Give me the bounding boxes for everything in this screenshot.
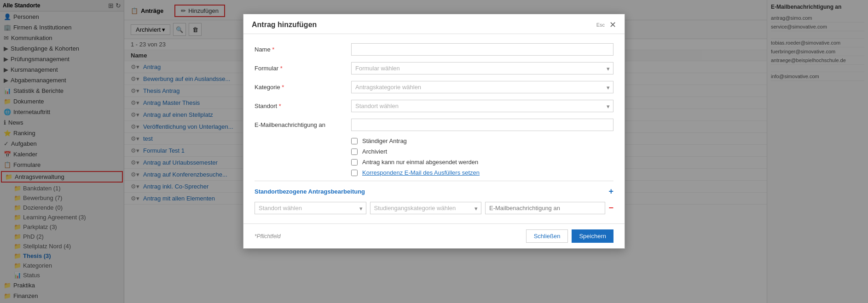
staendig-label: Ständiger Antrag (362, 137, 407, 144)
einmal-checkbox[interactable] (351, 159, 358, 166)
modal-body: Name * Formular * Formular wählen (243, 34, 625, 223)
staendig-checkbox[interactable] (351, 138, 358, 144)
einmal-label: Antrag kann nur einmal abgesendet werden (362, 159, 478, 166)
kategorie-select-wrapper: Antragskategorie wählen (351, 81, 613, 93)
studiengangskategorie-select-wrapper: Studiengangskategorie wählen (370, 202, 482, 214)
email-notification-label: E-Mailbenachrichtigung an (255, 121, 351, 128)
close-button[interactable]: Schließen (526, 229, 568, 243)
kategorie-field-row: Kategorie * Antragskategorie wählen (255, 81, 613, 93)
required-marker: * (272, 46, 274, 53)
archiviert-checkbox[interactable] (351, 149, 358, 155)
standort-section-title: Standortbezogene Antragsbearbeitung + (255, 187, 613, 196)
name-field-row: Name * (255, 43, 613, 56)
close-icon[interactable]: ✕ (609, 21, 616, 29)
modal-dialog: Antrag hinzufügen Esc ✕ Name * Formular … (243, 14, 625, 249)
kategorie-select[interactable]: Antragskategorie wählen (351, 81, 613, 93)
name-input[interactable] (351, 43, 613, 56)
checkbox-row-archiviert: Archiviert (351, 148, 613, 155)
formular-field-row: Formular * Formular wählen (255, 62, 613, 74)
modal-close-area: Esc ✕ (596, 21, 616, 29)
formular-select-wrapper: Formular wählen (351, 62, 613, 74)
formular-select[interactable]: Formular wählen (351, 62, 613, 74)
archiviert-label: Archiviert (362, 148, 387, 155)
modal-footer: *Pflichtfeld Schließen Speichern (243, 223, 625, 248)
standort-email-input[interactable] (485, 202, 605, 214)
standort-row-select[interactable]: Standort wählen (255, 202, 366, 214)
minus-icon[interactable]: − (609, 203, 614, 213)
esc-label: Esc (596, 22, 605, 28)
plus-icon[interactable]: + (608, 187, 613, 196)
required-marker2: * (280, 65, 283, 72)
required-marker3: * (282, 84, 284, 91)
checkbox-row-einmal: Antrag kann nur einmal abgesendet werden (351, 159, 613, 166)
modal-header: Antrag hinzufügen Esc ✕ (243, 14, 625, 34)
footer-buttons: Schließen Speichern (526, 229, 613, 243)
standort-select[interactable]: Standort wählen (351, 100, 613, 112)
name-label: Name * (255, 46, 351, 53)
standort-row: Standort wählen Studiengangskategorie wä… (255, 202, 613, 214)
modal-title: Antrag hinzufügen (252, 21, 317, 29)
standort-field-row: Standort * Standort wählen (255, 100, 613, 112)
formular-label: Formular * (255, 65, 351, 72)
save-button[interactable]: Speichern (572, 229, 613, 243)
checkbox-row-staendig: Ständiger Antrag (351, 137, 613, 144)
standort-row-select-wrapper: Standort wählen (255, 202, 366, 214)
checkbox-row-korrespondenz: Korrespondenz E-Mail des Ausfüllers setz… (351, 169, 613, 176)
standort-section: Standortbezogene Antragsbearbeitung + St… (255, 181, 613, 214)
email-notification-input[interactable] (351, 119, 613, 131)
korrespondenz-label: Korrespondenz E-Mail des Ausfüllers setz… (362, 169, 480, 176)
email-field-row: E-Mailbenachrichtigung an (255, 119, 613, 131)
korrespondenz-checkbox[interactable] (351, 170, 358, 176)
checkbox-section: Ständiger Antrag Archiviert Antrag kann … (255, 137, 613, 176)
studiengangskategorie-select[interactable]: Studiengangskategorie wählen (370, 202, 482, 214)
modal-overlay: Antrag hinzufügen Esc ✕ Name * Formular … (0, 0, 868, 303)
kategorie-label: Kategorie * (255, 84, 351, 91)
required-marker4: * (279, 103, 281, 109)
standort-select-wrapper: Standort wählen (351, 100, 613, 112)
pflicht-text: *Pflichtfeld (255, 233, 281, 240)
standort-label: Standort * (255, 103, 351, 109)
